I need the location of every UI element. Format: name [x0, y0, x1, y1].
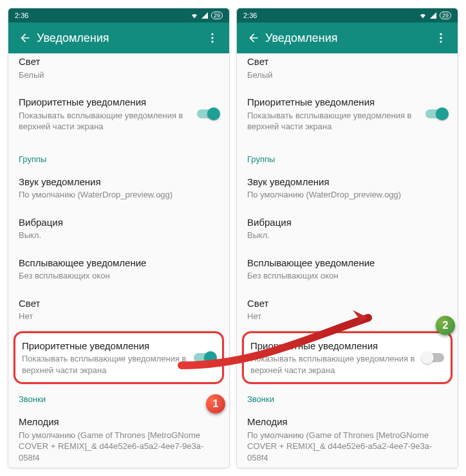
setting-vibration[interactable]: Вибрация Выкл. [237, 208, 458, 249]
section-groups: Группы [8, 145, 229, 168]
more-button[interactable] [201, 32, 224, 44]
signal-icon [201, 12, 209, 19]
arrow-back-icon [19, 32, 32, 44]
svg-point-4 [440, 37, 442, 39]
svg-point-5 [440, 41, 442, 42]
setting-priority-highlight[interactable]: Приоритетные уведомления Показывать вспл… [14, 331, 224, 385]
more-vert-icon [206, 32, 219, 44]
signal-icon [429, 12, 437, 19]
toggle-priority-top[interactable] [425, 109, 447, 118]
svg-point-1 [211, 37, 213, 39]
phones-container: 2:36 29 Уведомления Свет Белый Приоритет… [8, 8, 458, 468]
settings-list[interactable]: Свет Белый Приоритетные уведомления Пока… [237, 53, 458, 468]
setting-sound[interactable]: Звук уведомления По умолчанию (WaterDrop… [237, 168, 458, 208]
action-bar: Уведомления [237, 23, 458, 53]
setting-ringtone[interactable]: Мелодия По умолчанию (Game of Thrones [M… [8, 408, 229, 468]
wifi-icon [191, 12, 198, 19]
action-bar: Уведомления [8, 23, 229, 53]
back-button[interactable] [14, 32, 37, 44]
status-time: 2:36 [243, 12, 419, 19]
section-calls: Звонки [8, 385, 229, 408]
section-groups: Группы [237, 145, 458, 168]
section-calls: Звонки [237, 385, 458, 408]
status-icons: 29 [191, 12, 223, 19]
toggle-priority-top[interactable] [197, 109, 219, 118]
phone-right: 2:36 29 Уведомления Свет Белый Приоритет… [236, 8, 458, 468]
svg-point-3 [440, 33, 442, 35]
more-button[interactable] [429, 32, 452, 44]
status-icons: 29 [419, 12, 451, 19]
setting-priority-top[interactable]: Приоритетные уведомления Показывать вспл… [8, 88, 229, 140]
page-title: Уведомления [265, 32, 429, 45]
arrow-back-icon [247, 32, 260, 44]
step-badge-1: 1 [206, 394, 225, 414]
toggle-priority-highlight[interactable] [194, 353, 216, 362]
setting-vibration[interactable]: Вибрация Выкл. [8, 208, 229, 249]
setting-popup[interactable]: Всплывающее уведомление Без всплывающих … [237, 249, 458, 289]
back-button[interactable] [242, 32, 265, 44]
toggle-priority-highlight[interactable] [422, 353, 444, 362]
step-badge-2: 2 [436, 316, 455, 335]
svg-point-0 [211, 33, 213, 35]
setting-light-2[interactable]: Свет Нет [237, 289, 458, 330]
page-title: Уведомления [37, 32, 201, 45]
setting-priority-top[interactable]: Приоритетные уведомления Показывать вспл… [237, 88, 458, 140]
more-vert-icon [434, 32, 447, 44]
wifi-icon [419, 12, 427, 19]
phone-left: 2:36 29 Уведомления Свет Белый Приоритет… [8, 8, 230, 468]
status-bar: 2:36 29 [237, 8, 458, 23]
status-bar: 2:36 29 [8, 8, 229, 23]
battery-icon: 29 [440, 12, 451, 19]
battery-icon: 29 [211, 12, 223, 19]
svg-point-2 [211, 41, 213, 42]
settings-list[interactable]: Свет Белый Приоритетные уведомления Пока… [8, 53, 229, 468]
setting-ringtone[interactable]: Мелодия По умолчанию (Game of Thrones [M… [237, 408, 458, 468]
setting-priority-highlight[interactable]: Приоритетные уведомления Показывать вспл… [242, 331, 452, 385]
setting-light[interactable]: Свет Белый [237, 53, 458, 88]
setting-popup[interactable]: Всплывающее уведомление Без всплывающих … [8, 249, 229, 289]
setting-light-2[interactable]: Свет Нет [8, 289, 229, 330]
setting-light[interactable]: Свет Белый [8, 53, 229, 88]
setting-sound[interactable]: Звук уведомления По умолчанию (WaterDrop… [8, 168, 229, 208]
status-time: 2:36 [15, 12, 191, 19]
